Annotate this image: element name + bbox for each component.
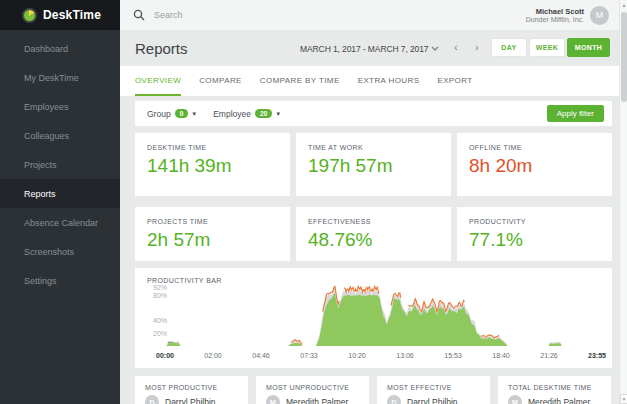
- sidebar-item-reports[interactable]: Reports: [0, 179, 120, 208]
- sidebar-item-absence-calendar[interactable]: Absence Calendar: [0, 208, 120, 237]
- x-axis-label: 04:46: [252, 352, 270, 359]
- range-toggle: DAYWEEKMONTH: [489, 38, 610, 57]
- sidebar-item-projects[interactable]: Projects: [0, 150, 120, 179]
- tab-overview[interactable]: OVERVIEW: [135, 66, 181, 96]
- range-button-month[interactable]: MONTH: [567, 38, 610, 57]
- scrollbar[interactable]: ▲ ▼: [619, 0, 627, 404]
- person-card-label: MOST PRODUCTIVE: [145, 384, 238, 391]
- x-axis-label: 23:55: [588, 352, 606, 359]
- apply-filter-button[interactable]: Apply filter: [547, 105, 604, 122]
- person-avatar: M: [508, 395, 522, 404]
- x-axis-label: 15:53: [444, 352, 462, 359]
- sidebar-item-my-desktime[interactable]: My DeskTime: [0, 63, 120, 92]
- stat-card-productivity: PRODUCTIVITY77.1%: [457, 207, 612, 261]
- person-avatar: M: [266, 395, 280, 404]
- employee-count-badge: 20: [255, 109, 272, 118]
- stat-card-time-at-work: TIME AT WORK197h 57m: [296, 133, 451, 196]
- person-name[interactable]: Darryl Philbin: [407, 397, 458, 404]
- range-button-week[interactable]: WEEK: [529, 38, 565, 57]
- tab-export[interactable]: EXPORT: [437, 66, 472, 96]
- stat-cards-row-1: DESKTIME TIME141h 39mTIME AT WORK197h 57…: [135, 133, 612, 196]
- stat-value: 197h 57m: [308, 155, 439, 177]
- x-axis-label: 18:40: [492, 352, 510, 359]
- brand-name: DeskTime: [43, 8, 101, 22]
- group-label: Group: [147, 109, 171, 119]
- stat-label: OFFLINE TIME: [469, 144, 600, 151]
- report-header: Reports MARCH 1, 2017 - MARCH 7, 2017 ‹ …: [120, 30, 619, 66]
- x-axis-label: 10:20: [348, 352, 366, 359]
- sidebar-item-settings[interactable]: Settings: [0, 266, 120, 295]
- x-axis-label: 07:33: [300, 352, 318, 359]
- person-card-most-effective: MOST EFFECTIVEDDarryl Philbin: [377, 376, 490, 404]
- search-icon: [133, 9, 145, 21]
- stat-card-projects-time: PROJECTS TIME2h 57m: [135, 207, 290, 261]
- group-dropdown[interactable]: Group 0 ▼: [147, 109, 197, 119]
- logo[interactable]: DeskTime: [0, 0, 120, 30]
- stat-label: EFFECTIVENESS: [308, 218, 439, 225]
- user-menu[interactable]: Michael Scott Dunder Mifflin, Inc. M: [526, 0, 609, 30]
- scroll-down-arrow[interactable]: ▼: [620, 394, 627, 404]
- person-name[interactable]: Darryl Philbin: [165, 397, 216, 404]
- tab-compare[interactable]: COMPARE: [199, 66, 242, 96]
- y-axis-label: 92%: [153, 284, 167, 291]
- next-period-button[interactable]: ›: [475, 41, 479, 53]
- user-name: Michael Scott: [526, 7, 584, 16]
- prev-period-button[interactable]: ‹: [454, 41, 458, 53]
- stat-card-desktime-time: DESKTIME TIME141h 39m: [135, 133, 290, 196]
- scrollbar-thumb[interactable]: [621, 12, 627, 102]
- caret-down-icon: ▼: [191, 111, 197, 117]
- user-company: Dunder Mifflin, Inc.: [526, 16, 584, 23]
- stat-label: DESKTIME TIME: [147, 144, 278, 151]
- sidebar-item-screenshots[interactable]: Screenshots: [0, 237, 120, 266]
- stat-value: 77.1%: [469, 229, 600, 251]
- range-button-day[interactable]: DAY: [491, 38, 527, 57]
- top-bar: DeskTime Michael Scott Dunder Mifflin, I…: [0, 0, 627, 30]
- stat-value: 2h 57m: [147, 229, 278, 251]
- stat-label: PROJECTS TIME: [147, 218, 278, 225]
- person-card-label: MOST EFFECTIVE: [387, 384, 480, 391]
- sidebar-item-employees[interactable]: Employees: [0, 92, 120, 121]
- stat-card-offline-time: OFFLINE TIME8h 20m: [457, 133, 612, 196]
- scroll-up-arrow[interactable]: ▲: [620, 0, 627, 10]
- stat-value: 8h 20m: [469, 155, 600, 177]
- y-axis-label: 20%: [153, 330, 167, 337]
- people-cards-row: MOST PRODUCTIVEDDarryl PhilbinMOST UNPRO…: [135, 376, 612, 404]
- person-card-label: MOST UNPRODUCTIVE: [266, 384, 359, 391]
- avatar[interactable]: M: [590, 6, 609, 25]
- stat-cards-row-2: PROJECTS TIME2h 57mEFFECTIVENESS48.76%PR…: [135, 207, 612, 261]
- sidebar: DashboardMy DeskTimeEmployeesColleaguesP…: [0, 30, 120, 404]
- main-content: Reports MARCH 1, 2017 - MARCH 7, 2017 ‹ …: [120, 30, 619, 404]
- stat-label: PRODUCTIVITY: [469, 218, 600, 225]
- x-axis-label: 21:26: [540, 352, 558, 359]
- stat-card-effectiveness: EFFECTIVENESS48.76%: [296, 207, 451, 261]
- page-title: Reports: [135, 40, 188, 57]
- tab-compare-by-time[interactable]: COMPARE BY TIME: [260, 66, 340, 96]
- person-card-most-productive: MOST PRODUCTIVEDDarryl Philbin: [135, 376, 248, 404]
- person-name[interactable]: Meredith Palmer: [528, 397, 590, 404]
- date-range[interactable]: MARCH 1, 2017 - MARCH 7, 2017: [300, 44, 428, 54]
- stat-value: 141h 39m: [147, 155, 278, 177]
- group-count-badge: 0: [175, 109, 189, 118]
- filter-bar: Group 0 ▼ Employee 20 ▼ Apply filter: [135, 101, 612, 126]
- x-axis-label: 02:00: [204, 352, 222, 359]
- employee-dropdown[interactable]: Employee 20 ▼: [213, 109, 281, 119]
- search-input[interactable]: [154, 10, 354, 20]
- stat-label: TIME AT WORK: [308, 144, 439, 151]
- x-axis-label: 00:00: [156, 352, 174, 359]
- chevron-down-icon[interactable]: [431, 46, 439, 51]
- person-card-most-unproductive: MOST UNPRODUCTIVEMMeredith Palmer: [256, 376, 369, 404]
- person-card-total-desktime-time: TOTAL DESKTIME TIMEMMeredith Palmer: [498, 376, 611, 404]
- search-bar[interactable]: [133, 0, 354, 30]
- desktime-app: DeskTime Michael Scott Dunder Mifflin, I…: [0, 0, 627, 404]
- tab-extra-hours[interactable]: EXTRA HOURS: [358, 66, 420, 96]
- y-axis-label: 80%: [153, 291, 167, 298]
- person-avatar: D: [145, 395, 159, 404]
- productivity-bar-card: PRODUCTIVITY BAR 92%80%40%20%00:0002:000…: [135, 268, 612, 368]
- sidebar-item-dashboard[interactable]: Dashboard: [0, 34, 120, 63]
- desktime-clock-icon: [22, 8, 37, 23]
- person-name[interactable]: Meredith Palmer: [286, 397, 348, 404]
- stat-value: 48.76%: [308, 229, 439, 251]
- sidebar-item-colleagues[interactable]: Colleagues: [0, 121, 120, 150]
- person-card-label: TOTAL DESKTIME TIME: [508, 384, 601, 391]
- y-axis-label: 40%: [153, 317, 167, 324]
